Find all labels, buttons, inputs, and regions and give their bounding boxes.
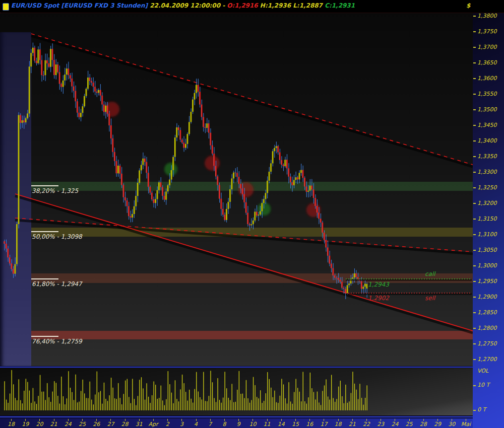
candle-body[interactable] [79, 113, 80, 117]
candle-body[interactable] [198, 85, 199, 92]
candle-body[interactable] [348, 283, 350, 285]
candle-body[interactable] [37, 49, 39, 63]
candle-body[interactable] [215, 166, 217, 176]
candle-body[interactable] [103, 105, 105, 112]
candle-body[interactable] [167, 185, 169, 191]
candle-body[interactable] [123, 185, 124, 197]
price-axis[interactable]: 1,38001,37501,37001,36501,36001,35501,35… [473, 13, 504, 428]
fib-level-line[interactable] [31, 278, 58, 279]
candle-body[interactable] [299, 173, 300, 179]
candle-body[interactable] [300, 170, 302, 173]
candle-body[interactable] [255, 211, 256, 221]
candle-body[interactable] [91, 81, 92, 83]
candle-body[interactable] [162, 187, 163, 196]
candle-body[interactable] [62, 81, 64, 87]
candle-body[interactable] [314, 198, 316, 206]
candle-body[interactable] [117, 166, 119, 173]
candle-body[interactable] [277, 146, 279, 152]
candle-body[interactable] [179, 130, 181, 139]
candle-body[interactable] [311, 186, 312, 190]
fib-level-line[interactable] [31, 336, 58, 337]
candle-body[interactable] [313, 189, 314, 198]
candle-body[interactable] [213, 154, 215, 166]
candle-body[interactable] [265, 193, 267, 199]
candle-body[interactable] [11, 263, 13, 269]
candle-body[interactable] [25, 118, 27, 122]
candle-body[interactable] [341, 281, 343, 288]
candle-body[interactable] [309, 186, 311, 191]
candle-body[interactable] [226, 209, 227, 220]
candle-body[interactable] [68, 68, 69, 75]
candle-body[interactable] [150, 187, 151, 193]
candle-body[interactable] [240, 184, 241, 188]
candle-body[interactable] [222, 209, 224, 215]
candle-body[interactable] [343, 288, 345, 289]
trendline-upper-resistance-dashed[interactable] [31, 34, 473, 165]
candle-body[interactable] [340, 280, 341, 282]
candle-body[interactable] [130, 216, 132, 218]
candle-body[interactable] [288, 168, 290, 176]
candle-body[interactable] [329, 256, 331, 264]
candle-body[interactable] [318, 212, 320, 219]
candle-body[interactable] [86, 89, 87, 96]
candle-body[interactable] [110, 125, 112, 138]
candle-body[interactable] [171, 170, 172, 180]
candle-body[interactable] [112, 138, 114, 152]
candle-body[interactable] [70, 75, 71, 79]
candle-body[interactable] [292, 182, 293, 185]
candle-body[interactable] [80, 113, 82, 117]
candle-body[interactable] [107, 106, 108, 114]
candle-body[interactable] [20, 115, 21, 122]
candle-body[interactable] [124, 197, 126, 200]
candle-body[interactable] [100, 90, 101, 96]
candle-body[interactable] [267, 181, 268, 193]
candle-body[interactable] [142, 159, 144, 165]
candle-body[interactable] [114, 152, 115, 161]
candle-body[interactable] [290, 177, 291, 182]
candle-body[interactable] [71, 79, 73, 87]
candle-body[interactable] [283, 165, 284, 166]
trendline-mid-support-dashed[interactable] [15, 218, 473, 252]
candle-body[interactable] [185, 144, 186, 148]
candle-body[interactable] [219, 185, 220, 198]
candle-body[interactable] [276, 146, 277, 148]
candle-body[interactable] [134, 206, 135, 214]
candle-body[interactable] [253, 221, 254, 224]
candle-body[interactable] [93, 83, 94, 87]
candle-body[interactable] [36, 61, 37, 63]
candle-body[interactable] [32, 48, 34, 53]
candle-body[interactable] [250, 224, 252, 225]
fib-level-line[interactable] [31, 185, 58, 186]
candle-body[interactable] [235, 173, 236, 173]
candle-body[interactable] [53, 60, 55, 75]
candle-body[interactable] [153, 199, 155, 203]
candle-body[interactable] [84, 96, 85, 106]
candle-body[interactable] [164, 196, 165, 200]
candle-body[interactable] [119, 166, 121, 174]
candle-body[interactable] [286, 160, 288, 168]
candle-body[interactable] [29, 66, 30, 113]
candle-body[interactable] [188, 122, 190, 134]
candle-body[interactable] [144, 159, 146, 162]
candle-body[interactable] [322, 223, 323, 233]
candle-body[interactable] [96, 92, 98, 93]
volume-pane[interactable] [0, 368, 473, 415]
candle-body[interactable] [201, 105, 203, 117]
candle-body[interactable] [284, 160, 286, 166]
candle-body[interactable] [9, 257, 11, 263]
candle-body[interactable] [98, 90, 99, 93]
candle-body[interactable] [66, 68, 68, 75]
candle-body[interactable] [59, 72, 60, 84]
candle-body[interactable] [132, 214, 133, 218]
candle-body[interactable] [347, 285, 348, 293]
candle-body[interactable] [233, 173, 234, 179]
candle-body[interactable] [221, 199, 222, 209]
candle-body[interactable] [137, 183, 139, 196]
candle-body[interactable] [295, 177, 297, 180]
candle-body[interactable] [247, 213, 248, 225]
candle-body[interactable] [363, 287, 364, 289]
candle-body[interactable] [302, 170, 304, 178]
candle-body[interactable] [55, 64, 57, 75]
candle-body[interactable] [238, 177, 240, 184]
candle-body[interactable] [270, 163, 272, 172]
